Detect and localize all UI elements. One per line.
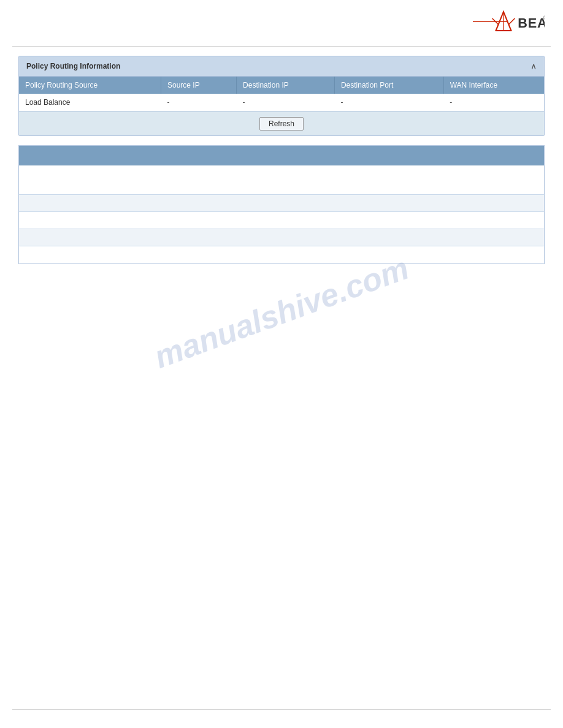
second-panel bbox=[18, 145, 545, 264]
collapse-icon[interactable]: ∧ bbox=[530, 61, 537, 71]
second-panel-body bbox=[19, 165, 544, 264]
policy-routing-panel: Policy Routing Information ∧ Policy Rout… bbox=[18, 56, 545, 136]
cell-policy-routing-source: Load Balance bbox=[19, 94, 161, 112]
logo-container: BEAM ® bbox=[473, 9, 545, 40]
beam-logo: BEAM ® bbox=[473, 9, 545, 40]
panel2-row-5 bbox=[19, 246, 544, 264]
svg-text:BEAM: BEAM bbox=[518, 15, 545, 31]
cell-source-ip: - bbox=[161, 94, 236, 112]
page-header: BEAM ® bbox=[0, 0, 563, 46]
svg-text:®: ® bbox=[543, 15, 545, 21]
table-header-row: Policy Routing Source Source IP Destinat… bbox=[19, 77, 544, 94]
col-source-ip: Source IP bbox=[161, 77, 236, 94]
refresh-button[interactable]: Refresh bbox=[259, 117, 304, 131]
cell-destination-port: - bbox=[334, 94, 443, 112]
footer-divider bbox=[12, 709, 551, 710]
table-header: Policy Routing Source Source IP Destinat… bbox=[19, 77, 544, 94]
panel2-row-4 bbox=[19, 229, 544, 246]
panel2-row-3 bbox=[19, 212, 544, 229]
panel-title: Policy Routing Information bbox=[26, 62, 120, 70]
col-policy-routing-source: Policy Routing Source bbox=[19, 77, 161, 94]
panel2-row-2 bbox=[19, 195, 544, 212]
routing-table: Policy Routing Source Source IP Destinat… bbox=[19, 77, 544, 112]
col-destination-port: Destination Port bbox=[334, 77, 443, 94]
panel-header: Policy Routing Information ∧ bbox=[19, 56, 544, 77]
table-row: Load Balance - - - - bbox=[19, 94, 544, 112]
col-wan-interface: WAN Interface bbox=[443, 77, 544, 94]
refresh-bar: Refresh bbox=[19, 112, 544, 135]
cell-wan-interface: - bbox=[443, 94, 544, 112]
table-body: Load Balance - - - - bbox=[19, 94, 544, 112]
col-destination-ip: Destination IP bbox=[237, 77, 335, 94]
svg-line-3 bbox=[509, 18, 515, 25]
second-panel-header bbox=[19, 146, 544, 165]
cell-destination-ip: - bbox=[237, 94, 335, 112]
main-content: Policy Routing Information ∧ Policy Rout… bbox=[0, 47, 563, 282]
panel2-row-1 bbox=[19, 165, 544, 195]
